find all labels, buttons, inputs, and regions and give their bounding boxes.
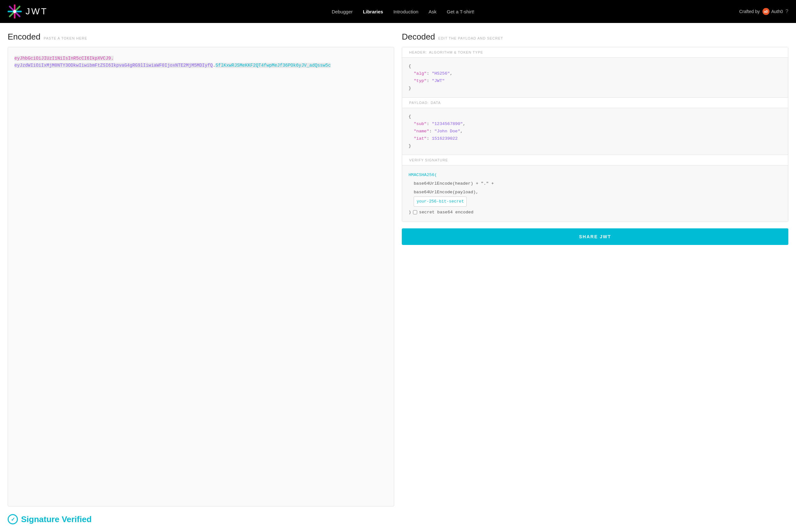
base64-checkbox-label: secret base64 encoded: [419, 208, 473, 216]
panel-right: Decoded EDIT THE PAYLOAD AND SECRET HEAD…: [402, 32, 788, 524]
payload-section-body[interactable]: { "sub": "1234567890", "name": "John Doe…: [402, 108, 788, 155]
nav-links: Debugger Libraries Introduction Ask Get …: [67, 9, 739, 14]
encoded-subtitle: PASTE A TOKEN HERE: [44, 36, 88, 40]
decoded-title: Decoded EDIT THE PAYLOAD AND SECRET: [402, 32, 503, 42]
nav-libraries[interactable]: Libraries: [363, 9, 383, 14]
verify-section-body: HMACSHA256( base64UrlEncode(header) + ".…: [402, 166, 788, 222]
nav-tshirt[interactable]: Get a T-shirt!: [447, 9, 474, 14]
decoded-box: HEADER:ALGORITHM & TOKEN TYPE { "alg": "…: [402, 47, 788, 222]
verify-checkbox-row: ) secret base64 encoded: [409, 208, 782, 216]
payload-section: PAYLOAD:DATA { "sub": "1234567890", "nam…: [402, 98, 788, 155]
header-section: HEADER:ALGORITHM & TOKEN TYPE { "alg": "…: [402, 47, 788, 98]
main-content: Encoded PASTE A TOKEN HERE eyJhbGciOiJIU…: [0, 23, 796, 532]
nav-ask[interactable]: Ask: [429, 9, 437, 14]
auth0-badge: a0 Auth0: [762, 8, 783, 15]
verify-line2: base64UrlEncode(header) + "." +: [409, 181, 494, 186]
verify-fn-label: HMACSHA256(: [409, 173, 437, 177]
panel-left: Encoded PASTE A TOKEN HERE eyJhbGciOiJIU…: [8, 32, 394, 524]
encoded-title: Encoded PASTE A TOKEN HERE: [8, 32, 394, 42]
decoded-subtitle: EDIT THE PAYLOAD AND SECRET: [438, 36, 503, 40]
verify-line3: base64UrlEncode(payload),: [409, 190, 478, 194]
auth0-label: Auth0: [772, 9, 783, 14]
help-icon[interactable]: ?: [785, 8, 788, 14]
logo-text: JWT: [25, 6, 48, 17]
header-section-header: HEADER:ALGORITHM & TOKEN TYPE: [402, 47, 788, 58]
verify-section-header: VERIFY SIGNATURE: [402, 155, 788, 166]
signature-verified-row: ✓ Signature Verified: [8, 514, 394, 524]
nav-logo: JWT: [8, 4, 48, 19]
secret-input[interactable]: your-256-bit-secret: [414, 196, 467, 207]
base64-checkbox[interactable]: [413, 210, 417, 214]
nav-right: Crafted by a0 Auth0 ?: [739, 8, 788, 15]
verify-section: VERIFY SIGNATURE HMACSHA256( base64UrlEn…: [402, 155, 788, 222]
jwt-logo-icon: [8, 4, 22, 19]
verify-closing: ): [409, 208, 411, 216]
token-part2: eyJzdWIiOiIxMjM0NTY3ODkwIiwibmFtZSI6Ikpv…: [14, 63, 213, 68]
signature-verified-label: Signature Verified: [21, 514, 92, 524]
nav-debugger[interactable]: Debugger: [332, 9, 353, 14]
svg-point-4: [13, 10, 16, 13]
encoded-title-row: Encoded PASTE A TOKEN HERE: [8, 32, 394, 42]
token-part3: SflKxwRJSMeKKF2QT4fwpMeJf36POk6yJV_adQss…: [216, 63, 331, 68]
share-jwt-button[interactable]: SHARE JWT: [402, 228, 788, 245]
token-part1: eyJhbGciOiJIUzI1NiIsInR5cCI6IkpXVCJ9.: [14, 56, 114, 61]
payload-section-header: PAYLOAD:DATA: [402, 98, 788, 108]
navbar: JWT Debugger Libraries Introduction Ask …: [0, 0, 796, 23]
auth0-logo-icon: a0: [762, 8, 770, 15]
nav-introduction[interactable]: Introduction: [393, 9, 418, 14]
decoded-title-row: Decoded EDIT THE PAYLOAD AND SECRET: [402, 32, 788, 42]
sig-check-icon: ✓: [8, 514, 18, 524]
crafted-by-label: Crafted by: [739, 9, 760, 14]
encoded-token-box[interactable]: eyJhbGciOiJIUzI1NiIsInR5cCI6IkpXVCJ9.eyJ…: [8, 47, 394, 507]
header-section-body[interactable]: { "alg": "HS256", "typ": "JWT" }: [402, 58, 788, 97]
